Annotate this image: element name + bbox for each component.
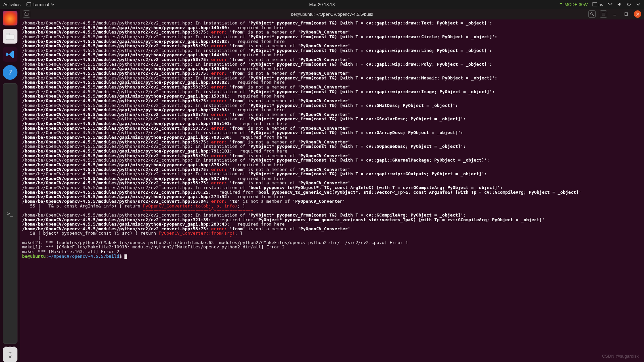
dock-help[interactable]: ? xyxy=(3,65,17,80)
close-icon xyxy=(636,12,640,16)
nvidia-icon xyxy=(558,2,563,7)
wifi-icon[interactable] xyxy=(608,2,612,7)
dock-files[interactable] xyxy=(3,29,17,44)
keyboard-layout[interactable]: us xyxy=(592,2,603,7)
svg-point-8 xyxy=(591,13,593,15)
dock-terminal[interactable]: >_ xyxy=(3,83,17,344)
maximize-icon xyxy=(624,12,628,16)
close-button[interactable] xyxy=(634,10,641,18)
watermark: CSDN @sugardisk xyxy=(602,354,639,359)
maximize-button[interactable] xyxy=(623,10,630,18)
svg-rect-7 xyxy=(25,12,26,13)
tab-icon xyxy=(24,12,29,16)
svg-rect-9 xyxy=(625,13,628,15)
power-icon[interactable] xyxy=(627,2,631,7)
gnome-top-bar: Activities Terminal Mar 20 18:13 MODE 30… xyxy=(0,0,644,9)
chevron-down-icon[interactable] xyxy=(636,2,641,7)
clock[interactable]: Mar 20 18:13 xyxy=(309,2,335,7)
nvidia-mode[interactable]: MODE 30W xyxy=(558,2,588,7)
dock-vscode[interactable] xyxy=(3,47,17,62)
chevron-down-icon xyxy=(50,2,55,7)
new-tab-button[interactable] xyxy=(23,10,30,18)
svg-rect-4 xyxy=(6,33,9,35)
window-title-bar: be@ubuntu: ~/OpenCV/opencv-4.5.5/build xyxy=(20,9,644,19)
folder-icon xyxy=(6,33,14,40)
terminal-app-menu[interactable]: Terminal xyxy=(26,2,55,7)
search-button[interactable] xyxy=(588,10,596,18)
vscode-icon xyxy=(5,49,15,59)
terminal-icon xyxy=(26,2,31,7)
ubuntu-dock: ? >_ xyxy=(0,9,20,362)
hamburger-icon xyxy=(601,12,605,16)
svg-rect-1 xyxy=(592,3,597,6)
svg-rect-6 xyxy=(25,13,28,15)
terminal-output[interactable]: /home/be/OpenCV/opencv-4.5.5/modules/pyt… xyxy=(20,19,644,362)
dock-firefox[interactable] xyxy=(3,11,17,25)
search-icon xyxy=(590,12,594,16)
window-title: be@ubuntu: ~/OpenCV/opencv-4.5.5/build xyxy=(291,12,373,17)
volume-icon[interactable] xyxy=(617,2,622,7)
hamburger-menu-button[interactable] xyxy=(600,10,607,18)
minimize-button[interactable] xyxy=(611,10,619,18)
activities-button[interactable]: Activities xyxy=(3,2,20,7)
svg-rect-0 xyxy=(27,3,31,6)
minimize-icon xyxy=(613,12,617,16)
keyboard-icon xyxy=(592,2,597,7)
terminal-window: be@ubuntu: ~/OpenCV/opencv-4.5.5/build /… xyxy=(20,9,644,362)
show-apps-button[interactable] xyxy=(3,344,17,359)
